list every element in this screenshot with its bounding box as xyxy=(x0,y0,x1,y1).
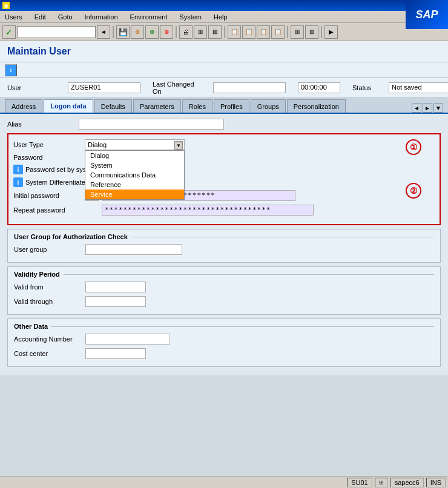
accounting-row: Accounting Number xyxy=(14,334,434,345)
toolbar-print[interactable]: 🖨 xyxy=(179,25,193,39)
initial-password-row: Initial password □ *********************… xyxy=(13,190,435,201)
toolbar-btn11[interactable]: ⊞ xyxy=(291,25,304,39)
cost-center-label: Cost center xyxy=(14,350,81,357)
alias-row: Alias xyxy=(7,119,441,130)
toolbar-btn6[interactable]: ⊞ xyxy=(208,25,222,39)
system-diff-row: i System Differentiates base xyxy=(13,177,435,187)
alias-label: Alias xyxy=(7,120,74,128)
dropdown-option-reference[interactable]: Reference xyxy=(85,180,184,190)
valid-through-input[interactable] xyxy=(85,296,146,307)
user-type-label: User Type xyxy=(13,141,80,148)
toolbar-nav-back[interactable]: ◄ xyxy=(97,25,110,39)
repeat-password-label: Repeat password xyxy=(13,206,80,214)
form-area: Alias ① ② User Type Dialog ▼ Dialog Syst… xyxy=(0,114,448,375)
menu-bar: Users Edit Goto Information Environment … xyxy=(0,11,448,23)
user-group-row: User group xyxy=(14,244,434,255)
menu-environment[interactable]: Environment xyxy=(128,12,170,22)
circle-1: ① xyxy=(406,139,421,155)
toolbar-btn13[interactable]: ▶ xyxy=(324,25,338,39)
tab-groups[interactable]: Groups xyxy=(251,99,286,113)
title-bar-left: ▣ xyxy=(2,2,10,9)
accounting-label: Accounting Number xyxy=(14,335,81,343)
toolbar-check-btn[interactable]: ✓ xyxy=(2,25,16,39)
status-sys3: INS xyxy=(426,478,446,487)
status-value: Not saved xyxy=(389,82,448,93)
tab-roles[interactable]: Roles xyxy=(182,99,212,113)
toolbar2: i xyxy=(0,62,448,78)
circle-2: ② xyxy=(406,183,421,199)
time-value: 00:00:00 xyxy=(298,82,340,93)
toolbar-btn3[interactable]: ⊕ xyxy=(145,25,159,39)
toolbar-save[interactable]: 💾 xyxy=(116,25,130,39)
toolbar-btn10[interactable]: 📋 xyxy=(271,25,285,39)
dropdown-option-service[interactable]: Service xyxy=(85,190,184,199)
command-input[interactable] xyxy=(17,26,96,38)
toolbar-sep1 xyxy=(113,26,114,38)
valid-from-input[interactable] xyxy=(85,282,146,292)
toolbar2-btn1[interactable]: i xyxy=(5,64,17,76)
toolbar-btn7[interactable]: 📋 xyxy=(228,25,241,39)
initial-password-label: Initial password xyxy=(13,192,80,199)
user-type-dropdown-menu: Dialog System Communications Data Refere… xyxy=(85,150,185,200)
alias-input[interactable] xyxy=(79,119,224,130)
menu-edit[interactable]: Edit xyxy=(32,12,48,22)
dropdown-arrow[interactable]: ▼ xyxy=(174,141,183,150)
tab-nav-down[interactable]: ▼ xyxy=(433,103,443,113)
status-bar: SU01 ⊞ sapecc6 INS xyxy=(0,476,448,488)
sap-logo: SAP xyxy=(406,0,448,29)
password-set-row: i Password set by syste hanged by user) xyxy=(13,165,435,174)
tabs-bar: Address Logon data Defaults Parameters R… xyxy=(0,98,448,114)
last-changed-label: Last Changed On xyxy=(153,81,201,95)
tab-personalization[interactable]: Personalization xyxy=(287,99,346,113)
status-sys2: sapecc6 xyxy=(390,478,424,487)
toolbar-btn8[interactable]: 📋 xyxy=(242,25,255,39)
toolbar-btn-red[interactable]: ⊗ xyxy=(160,25,173,39)
password-section-label-row: Password xyxy=(13,154,435,161)
tab-nav-right[interactable]: ► xyxy=(423,103,432,113)
menu-system[interactable]: System xyxy=(177,12,204,22)
page-title: Maintain User xyxy=(0,41,448,62)
status-label: Status xyxy=(352,84,377,91)
tab-address[interactable]: Address xyxy=(5,99,42,113)
user-type-select[interactable]: Dialog ▼ xyxy=(85,139,185,150)
menu-users[interactable]: Users xyxy=(2,12,25,22)
toolbar-btn12[interactable]: ⊞ xyxy=(305,25,318,39)
app-icon: ▣ xyxy=(2,2,10,9)
password-label: Password xyxy=(13,154,80,161)
repeat-password-stars: ************************************ xyxy=(102,205,314,216)
system-diff-text: System Differentiates xyxy=(25,179,88,186)
tab-logon[interactable]: Logon data xyxy=(44,99,93,113)
valid-through-label: Valid through xyxy=(14,298,81,305)
tab-nav-left[interactable]: ◄ xyxy=(412,103,421,113)
user-type-row: User Type Dialog ▼ Dialog System Communi… xyxy=(13,139,435,150)
accounting-input[interactable] xyxy=(85,334,170,345)
other-data-section: Other Data Accounting Number Cost center xyxy=(7,318,441,367)
cost-center-input[interactable] xyxy=(85,348,146,359)
highlighted-box: ① ② User Type Dialog ▼ Dialog System Com… xyxy=(7,133,441,225)
toolbar-btn5[interactable]: ⊞ xyxy=(194,25,207,39)
validity-section: Validity Period Valid from Valid through xyxy=(7,266,441,315)
password-set-text: Password set by syste xyxy=(25,166,91,173)
tab-profiles[interactable]: Profiles xyxy=(214,99,249,113)
user-group-input[interactable] xyxy=(85,244,182,255)
valid-from-row: Valid from xyxy=(14,282,434,292)
dropdown-option-dialog[interactable]: Dialog xyxy=(85,151,184,160)
menu-information[interactable]: Information xyxy=(82,12,120,22)
tab-defaults[interactable]: Defaults xyxy=(94,99,132,113)
dropdown-option-system[interactable]: System xyxy=(85,160,184,170)
user-value: ZUSER01 xyxy=(68,82,140,93)
user-group-title: User Group for Authorization Check xyxy=(14,233,434,240)
toolbar-btn9[interactable]: 📋 xyxy=(257,25,270,39)
toolbar-sep4 xyxy=(287,26,288,38)
user-group-label: User group xyxy=(14,246,81,253)
toolbar-btn2[interactable]: ⊕ xyxy=(131,25,144,39)
dropdown-option-comms[interactable]: Communications Data xyxy=(85,170,184,180)
tab-nav-buttons: ◄ ► ▼ xyxy=(412,103,443,113)
last-changed-value xyxy=(213,82,286,93)
status-icon: ⊞ xyxy=(375,478,388,487)
toolbar: ✓ ◄ 💾 ⊕ ⊕ ⊗ 🖨 ⊞ ⊞ 📋 📋 📋 📋 ⊞ ⊞ ▶ xyxy=(0,23,448,41)
menu-help[interactable]: Help xyxy=(211,12,230,22)
menu-goto[interactable]: Goto xyxy=(56,12,75,22)
other-data-title: Other Data xyxy=(14,323,434,330)
tab-parameters[interactable]: Parameters xyxy=(133,99,181,113)
